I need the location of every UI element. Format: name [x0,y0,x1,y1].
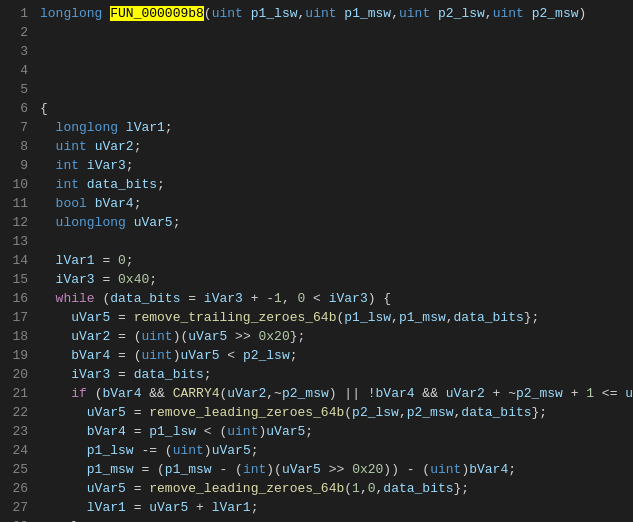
line-number-12: 12 [4,213,28,232]
line-number-9: 9 [4,156,28,175]
line-number-10: 10 [4,175,28,194]
line-number-25: 25 [4,460,28,479]
line-number-4: 4 [4,61,28,80]
line-number-23: 23 [4,422,28,441]
line-number-27: 27 [4,498,28,517]
line-number-28: 28 [4,517,28,522]
code-line-14: lVar1 = 0; [40,251,633,270]
line-number-11: 11 [4,194,28,213]
line-number-gutter: 1234567891011121314151617181920212223242… [0,4,36,522]
code-line-18: uVar2 = (uint)(uVar5 >> 0x20}; [40,327,633,346]
code-content: longlong FUN_000009b8(uint p1_lsw,uint p… [36,4,633,522]
line-number-16: 16 [4,289,28,308]
code-line-25: p1_msw = (p1_msw - (int)(uVar5 >> 0x20))… [40,460,633,479]
line-number-14: 14 [4,251,28,270]
line-number-6: 6 [4,99,28,118]
line-number-19: 19 [4,346,28,365]
line-number-22: 22 [4,403,28,422]
code-line-19: bVar4 = (uint)uVar5 < p2_lsw; [40,346,633,365]
code-line-8: uint uVar2; [40,137,633,156]
code-line-21: if (bVar4 && CARRY4(uVar2,~p2_msw) || !b… [40,384,633,403]
code-line-12: ulonglong uVar5; [40,213,633,232]
code-line-6: { [40,99,633,118]
code-line-2 [40,23,633,42]
line-number-17: 17 [4,308,28,327]
code-line-28: } [40,517,633,522]
code-line-17: uVar5 = remove_trailing_zeroes_64b(p1_ls… [40,308,633,327]
line-number-1: 1 [4,4,28,23]
line-number-18: 18 [4,327,28,346]
line-number-5: 5 [4,80,28,99]
code-line-26: uVar5 = remove_leading_zeroes_64b(1,0,da… [40,479,633,498]
code-line-24: p1_lsw -= (uint)uVar5; [40,441,633,460]
code-line-3 [40,42,633,61]
code-editor: 1234567891011121314151617181920212223242… [0,0,633,522]
code-line-20: iVar3 = data_bits; [40,365,633,384]
code-line-9: int iVar3; [40,156,633,175]
code-line-10: int data_bits; [40,175,633,194]
code-line-5 [40,80,633,99]
line-number-26: 26 [4,479,28,498]
code-line-7: longlong lVar1; [40,118,633,137]
line-number-24: 24 [4,441,28,460]
line-number-8: 8 [4,137,28,156]
code-line-23: bVar4 = p1_lsw < (uint)uVar5; [40,422,633,441]
line-number-15: 15 [4,270,28,289]
line-number-2: 2 [4,23,28,42]
code-line-27: lVar1 = uVar5 + lVar1; [40,498,633,517]
line-number-3: 3 [4,42,28,61]
code-line-16: while (data_bits = iVar3 + -1, 0 < iVar3… [40,289,633,308]
line-number-13: 13 [4,232,28,251]
code-line-4 [40,61,633,80]
line-number-7: 7 [4,118,28,137]
code-line-1: longlong FUN_000009b8(uint p1_lsw,uint p… [40,4,633,23]
line-number-21: 21 [4,384,28,403]
code-line-13 [40,232,633,251]
code-line-11: bool bVar4; [40,194,633,213]
code-line-15: iVar3 = 0x40; [40,270,633,289]
line-number-20: 20 [4,365,28,384]
code-line-22: uVar5 = remove_leading_zeroes_64b(p2_lsw… [40,403,633,422]
